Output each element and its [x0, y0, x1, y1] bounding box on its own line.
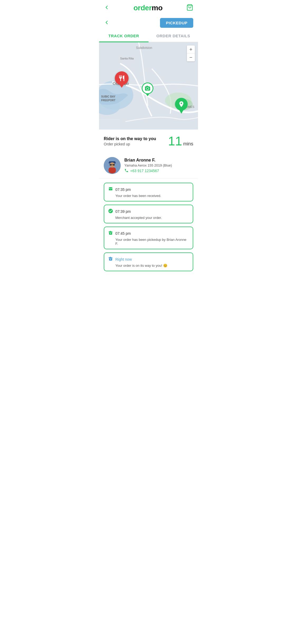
timeline-time-2: 07:39 pm	[115, 209, 131, 214]
timeline-item-1-header: 07:35 pm	[108, 186, 189, 193]
restaurant-pin-tail	[120, 85, 124, 88]
status-text-block: Rider is on the way to you Order picked …	[104, 136, 156, 146]
zoom-in-button[interactable]: +	[187, 45, 195, 53]
rider-pin	[142, 82, 153, 96]
status-section: Rider is on the way to you Order picked …	[99, 130, 198, 152]
map-view[interactable]: Subdivision Santa Rita Olongapo SUBIC BA…	[99, 42, 198, 130]
map-label-subdivision: Subdivision	[136, 46, 152, 50]
store-icon	[108, 186, 113, 193]
svg-rect-6	[99, 119, 120, 130]
timeline-desc-4: Your order is on its way to you! 😊	[108, 264, 189, 268]
timeline-item-3-header: 07:45 pm	[108, 230, 189, 237]
timeline-desc-3: Your order has been pickedup by Brian Ar…	[108, 238, 189, 246]
timeline-item-3: 07:45 pm Your order has been pickedup by…	[104, 227, 193, 249]
pickedup-button[interactable]: PICKEDUP	[160, 18, 193, 28]
rider-vehicle: Yamaha Aerox 155 2019 (Blue)	[124, 163, 172, 167]
timeline-item-2: 07:39 pm Merchant accepted your order.	[104, 205, 193, 223]
status-subtitle: Order picked up	[104, 142, 156, 146]
rider-pin-tail	[146, 94, 149, 96]
motorcycle-icon-1	[108, 230, 113, 237]
map-label-subic-bay: SUBIC BAY	[101, 95, 115, 98]
timeline-desc-2: Merchant accepted your order.	[108, 216, 189, 220]
map-zoom-controls: + −	[187, 45, 195, 61]
motorcycle-icon-2	[108, 256, 113, 263]
rider-name: Brian Aronne F.	[124, 158, 172, 163]
timeline-time-3: 07:45 pm	[115, 231, 131, 236]
sub-header: PICKEDUP	[99, 16, 198, 30]
timeline-time-1: 07:35 pm	[115, 187, 131, 192]
timeline-item-4: Right now Your order is on its way to yo…	[104, 252, 193, 271]
svg-rect-11	[110, 164, 112, 165]
eta-unit: mins	[183, 141, 193, 147]
timeline-desc-1: Your order has been received.	[108, 194, 189, 198]
check-circle-icon	[108, 208, 113, 215]
timeline-item-4-header: Right now	[108, 256, 189, 263]
rider-pin-circle	[142, 82, 153, 94]
rider-phone[interactable]: +63 917 1234567	[124, 168, 172, 173]
timeline-item-2-header: 07:39 pm	[108, 208, 189, 215]
back-icon[interactable]	[104, 4, 110, 11]
rider-avatar	[104, 157, 121, 174]
map-label-santa-rita: Santa Rita	[120, 57, 134, 60]
app-logo: ordermo	[133, 4, 162, 12]
zoom-out-button[interactable]: −	[187, 53, 195, 61]
status-title: Rider is on the way to you	[104, 136, 156, 141]
sub-back-icon[interactable]	[104, 20, 110, 26]
eta-number: 11	[168, 135, 182, 148]
phone-icon	[124, 168, 129, 173]
rider-info-section: Brian Aronne F. Yamaha Aerox 155 2019 (B…	[99, 152, 198, 178]
tab-order-details[interactable]: ORDER DETAILS	[149, 30, 198, 42]
destination-pin	[175, 98, 188, 114]
destination-pin-bubble	[175, 98, 188, 111]
tab-track-order[interactable]: TRACK ORDER	[99, 30, 149, 42]
map-label-freeport: FREEPORT	[101, 99, 115, 102]
svg-rect-12	[113, 164, 115, 165]
restaurant-pin	[115, 71, 129, 88]
timeline-time-4: Right now	[115, 257, 132, 261]
rider-details: Brian Aronne F. Yamaha Aerox 155 2019 (B…	[124, 158, 172, 173]
status-row: Rider is on the way to you Order picked …	[104, 135, 193, 148]
tab-bar: TRACK ORDER ORDER DETAILS	[99, 30, 198, 42]
restaurant-pin-circle	[115, 71, 129, 85]
rider-phone-number: +63 917 1234567	[130, 169, 159, 173]
eta-block: 11 mins	[168, 135, 193, 148]
shopping-bag-icon[interactable]	[186, 4, 193, 12]
order-timeline: 07:35 pm Your order has been received. 0…	[99, 178, 198, 278]
destination-pin-tail	[179, 110, 183, 114]
app-header: ordermo	[99, 0, 198, 16]
timeline-item-1: 07:35 pm Your order has been received.	[104, 183, 193, 201]
